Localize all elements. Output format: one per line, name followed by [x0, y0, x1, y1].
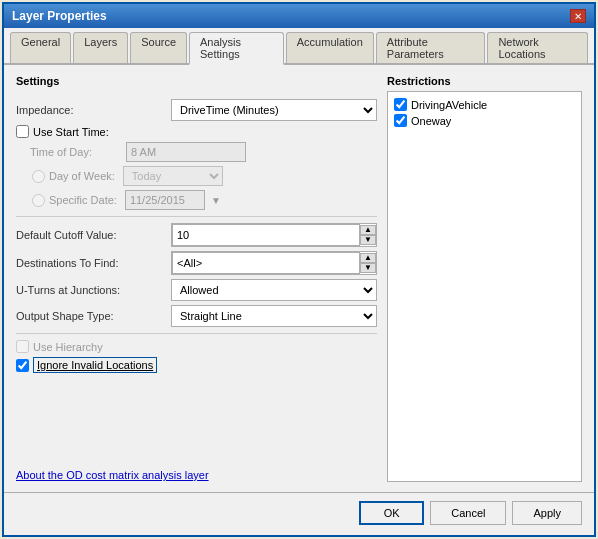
divider2 [16, 333, 377, 334]
uturns-label: U-Turns at Junctions: [16, 284, 171, 296]
specific-date-input[interactable] [125, 190, 205, 210]
settings-group: Impedance: DriveTime (Minutes) Use Start… [16, 99, 377, 373]
day-of-week-radio[interactable] [32, 170, 45, 183]
calendar-icon: ▼ [211, 195, 221, 206]
cutoff-input[interactable] [172, 224, 360, 246]
use-hierarchy-label: Use Hierarchy [33, 341, 103, 353]
apply-button[interactable]: Apply [512, 501, 582, 525]
restriction-checkbox-0[interactable] [394, 98, 407, 111]
restriction-item-0: DrivingAVehicle [394, 98, 575, 111]
cutoff-spinner: ▲ ▼ [171, 223, 377, 247]
output-shape-row: Output Shape Type: Straight Line None [16, 305, 377, 327]
destinations-up-btn[interactable]: ▲ [360, 253, 376, 263]
close-button[interactable]: ✕ [570, 9, 586, 23]
cutoff-down-btn[interactable]: ▼ [360, 235, 376, 245]
bottom-buttons: OK Cancel Apply [4, 492, 594, 535]
specific-date-label: Specific Date: [49, 194, 117, 206]
content-row: Settings Impedance: DriveTime (Minutes) [16, 75, 582, 482]
left-panel: Settings Impedance: DriveTime (Minutes) [16, 75, 377, 482]
use-start-time-checkbox[interactable] [16, 125, 29, 138]
settings-label: Settings [16, 75, 377, 87]
use-start-time-label: Use Start Time: [33, 126, 109, 138]
restriction-item-1: Oneway [394, 114, 575, 127]
cancel-button[interactable]: Cancel [430, 501, 506, 525]
time-of-day-label: Time of Day: [30, 146, 120, 158]
restriction-checkbox-1[interactable] [394, 114, 407, 127]
impedance-row: Impedance: DriveTime (Minutes) [16, 99, 377, 121]
tab-layers[interactable]: Layers [73, 32, 128, 63]
output-shape-control: Straight Line None [171, 305, 377, 327]
output-shape-select[interactable]: Straight Line None [171, 305, 377, 327]
time-of-day-row: Time of Day: [16, 142, 377, 162]
destinations-label: Destinations To Find: [16, 257, 171, 269]
tab-analysis-settings[interactable]: Analysis Settings [189, 32, 284, 65]
cutoff-label: Default Cutoff Value: [16, 229, 171, 241]
cutoff-control: ▲ ▼ [171, 223, 377, 247]
tab-network-locations[interactable]: Network Locations [487, 32, 588, 63]
tab-attribute-parameters[interactable]: Attribute Parameters [376, 32, 486, 63]
day-of-week-label: Day of Week: [49, 170, 115, 182]
destinations-spinner: ▲ ▼ [171, 251, 377, 275]
destinations-input[interactable] [172, 252, 360, 274]
impedance-control: DriveTime (Minutes) [171, 99, 377, 121]
time-of-day-input[interactable] [126, 142, 246, 162]
cutoff-row: Default Cutoff Value: ▲ ▼ [16, 223, 377, 247]
main-content: Settings Impedance: DriveTime (Minutes) [4, 65, 594, 492]
impedance-select[interactable]: DriveTime (Minutes) [171, 99, 377, 121]
uturns-row: U-Turns at Junctions: Allowed Not Allowe… [16, 279, 377, 301]
day-of-week-select[interactable]: Today [123, 166, 223, 186]
ok-button[interactable]: OK [359, 501, 424, 525]
tab-source[interactable]: Source [130, 32, 187, 63]
restrictions-label: Restrictions [387, 75, 582, 87]
cutoff-spinner-btns: ▲ ▼ [360, 225, 376, 245]
restriction-label-1: Oneway [411, 115, 451, 127]
uturns-select[interactable]: Allowed Not Allowed At Dead Ends Only [171, 279, 377, 301]
right-panel: Restrictions DrivingAVehicle Oneway [387, 75, 582, 482]
restriction-label-0: DrivingAVehicle [411, 99, 487, 111]
use-hierarchy-checkbox[interactable] [16, 340, 29, 353]
cutoff-up-btn[interactable]: ▲ [360, 225, 376, 235]
destinations-control: ▲ ▼ [171, 251, 377, 275]
impedance-label: Impedance: [16, 104, 171, 116]
link-container: About the OD cost matrix analysis layer [16, 460, 377, 482]
destinations-down-btn[interactable]: ▼ [360, 263, 376, 273]
dialog-window: Layer Properties ✕ General Layers Source… [2, 2, 596, 537]
use-start-time-row: Use Start Time: [16, 125, 377, 138]
day-of-week-row: Day of Week: Today [16, 166, 377, 186]
output-shape-label: Output Shape Type: [16, 310, 171, 322]
restrictions-box: DrivingAVehicle Oneway [387, 91, 582, 482]
divider1 [16, 216, 377, 217]
destinations-row: Destinations To Find: ▲ ▼ [16, 251, 377, 275]
specific-date-row: Specific Date: ▼ [16, 190, 377, 210]
ignore-invalid-checkbox[interactable] [16, 359, 29, 372]
ignore-invalid-label: Ignore Invalid Locations [33, 357, 157, 373]
tab-general[interactable]: General [10, 32, 71, 63]
about-link[interactable]: About the OD cost matrix analysis layer [16, 469, 209, 481]
use-hierarchy-row: Use Hierarchy [16, 340, 377, 353]
dialog-title: Layer Properties [12, 9, 107, 23]
tabs-container: General Layers Source Analysis Settings … [4, 28, 594, 65]
tab-accumulation[interactable]: Accumulation [286, 32, 374, 63]
uturns-control: Allowed Not Allowed At Dead Ends Only [171, 279, 377, 301]
ignore-invalid-row: Ignore Invalid Locations [16, 357, 377, 373]
destinations-spinner-btns: ▲ ▼ [360, 253, 376, 273]
title-bar: Layer Properties ✕ [4, 4, 594, 28]
specific-date-radio[interactable] [32, 194, 45, 207]
